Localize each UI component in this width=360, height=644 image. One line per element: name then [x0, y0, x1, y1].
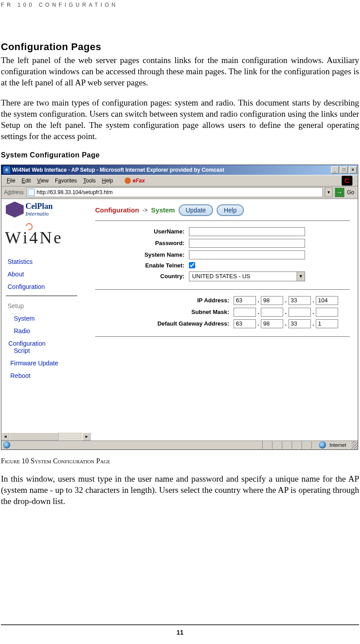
efax-toolbar[interactable]: eFax — [125, 178, 145, 184]
left-panel: CelPlan Internatio Wi4Ne Statistics Abou… — [1, 199, 91, 441]
nav-about[interactable]: About — [1, 268, 91, 280]
page-icon — [28, 189, 35, 196]
page-number: 11 — [0, 629, 360, 636]
breadcrumb-system: System — [151, 206, 175, 214]
paragraph-1: The left panel of the web server pages c… — [1, 55, 359, 88]
label-password: Password: — [95, 240, 189, 246]
status-cell — [262, 441, 272, 449]
wi4net-logo: Wi4Ne — [1, 218, 91, 255]
celplan-name: CelPlan — [25, 202, 53, 211]
nav-system[interactable]: System — [1, 312, 91, 325]
nav-setup[interactable]: Setup — [1, 300, 91, 312]
help-button[interactable]: Help — [217, 204, 244, 216]
label-gateway: Default Gateway Address: — [95, 320, 234, 327]
ip-octet-2[interactable] — [261, 296, 283, 305]
update-button[interactable]: Update — [179, 204, 213, 216]
resize-grip[interactable] — [352, 441, 358, 449]
cube-icon — [6, 202, 24, 218]
label-country: Country: — [95, 273, 189, 280]
nav-radio[interactable]: Radio — [1, 325, 91, 337]
subnet-octet-3[interactable] — [289, 308, 311, 317]
address-input[interactable]: http://63.98.33.104/setupfr3.htm — [26, 187, 323, 197]
nav-configuration[interactable]: Configuration — [1, 280, 91, 293]
nav-reboot[interactable]: Reboot — [1, 369, 91, 382]
ie-status-icon — [3, 441, 10, 449]
gateway-octet-3[interactable] — [289, 319, 311, 328]
label-systemname: System Name: — [95, 251, 189, 258]
gateway-octet-1[interactable] — [234, 319, 256, 328]
paragraph-2: There are two main types of configuratio… — [1, 97, 359, 142]
status-cell — [301, 441, 311, 449]
scroll-left-button[interactable]: ◄ — [1, 432, 9, 441]
label-username: UserName: — [95, 228, 189, 235]
username-input[interactable] — [189, 227, 305, 236]
subnet-octet-2[interactable] — [261, 308, 283, 317]
subsection-heading: System Configuration Page — [1, 151, 359, 159]
breadcrumb-arrow: -> — [142, 207, 147, 213]
divider-1 — [95, 220, 350, 221]
go-label: Go — [346, 189, 356, 195]
screenshot-window: e Wi4Net Web Interface - AP Setup - Micr… — [1, 165, 358, 450]
systemname-input[interactable] — [189, 250, 305, 259]
subnet-octet-1[interactable] — [234, 308, 256, 317]
window-title: Wi4Net Web Interface - AP Setup - Micros… — [12, 167, 331, 173]
menu-file[interactable]: File — [7, 178, 15, 184]
titlebar[interactable]: e Wi4Net Web Interface - AP Setup - Micr… — [1, 165, 358, 175]
go-button[interactable]: → — [335, 187, 344, 197]
label-ip: IP Address: — [95, 297, 234, 304]
nav-config-script[interactable]: ConfigurationScript — [5, 337, 91, 357]
status-cell — [272, 441, 282, 449]
left-scroll-bar[interactable]: ◄ ► — [1, 432, 91, 441]
paragraph-3: In this window, users must type in the u… — [1, 473, 359, 507]
status-zone: Internet — [311, 441, 352, 449]
enable-telnet-checkbox[interactable] — [189, 262, 195, 268]
status-bar: Internet — [1, 441, 358, 449]
close-button[interactable]: × — [349, 166, 357, 174]
scroll-thumb[interactable] — [9, 432, 59, 441]
gateway-octet-2[interactable] — [261, 319, 283, 328]
menu-help[interactable]: Help — [102, 178, 113, 184]
section-heading: Configuration Pages — [1, 41, 359, 53]
figure-caption: Figure 10 System Configuration Page — [1, 457, 359, 465]
scroll-track[interactable] — [9, 432, 83, 441]
status-zone-label: Internet — [330, 442, 346, 448]
ip-octet-1[interactable] — [234, 296, 256, 305]
nav-firmware-update[interactable]: Firmware Update — [1, 357, 91, 369]
menu-tools[interactable]: Tools — [83, 178, 96, 184]
divider-3 — [95, 336, 350, 337]
breadcrumb: Configuration -> System Update Help — [95, 204, 350, 216]
efax-label: eFax — [133, 178, 145, 184]
label-enable-telnet: Enable Telnet: — [95, 262, 189, 269]
chevron-down-icon[interactable]: ▼ — [297, 272, 305, 281]
brand-icon: C — [342, 176, 352, 186]
ip-octet-3[interactable] — [289, 296, 311, 305]
subnet-octet-4[interactable] — [316, 308, 338, 317]
footer-rule — [1, 624, 359, 625]
url-text: http://63.98.33.104/setupfr3.htm — [37, 189, 113, 195]
address-label: Address — [3, 189, 25, 195]
password-input[interactable] — [189, 239, 305, 248]
divider-2 — [95, 289, 350, 290]
status-cell — [292, 441, 301, 449]
menu-edit[interactable]: Edit — [21, 178, 31, 184]
menu-favorites[interactable]: Favorites — [55, 178, 77, 184]
maximize-button[interactable]: □ — [340, 166, 348, 174]
country-select[interactable]: UNITED STATES - US ▼ — [189, 271, 305, 281]
ip-octet-4[interactable] — [316, 296, 338, 305]
label-subnet: Subnet Mask: — [95, 309, 234, 315]
menubar: File Edit View Favorites Tools Help eFax… — [1, 175, 358, 186]
address-dropdown[interactable]: ▼ — [325, 187, 333, 197]
country-value: UNITED STATES - US — [189, 273, 297, 280]
main-panel: Configuration -> System Update Help User… — [91, 199, 358, 441]
status-cell — [282, 441, 292, 449]
minimize-button[interactable]: _ — [331, 166, 339, 174]
celplan-logo: CelPlan Internatio — [1, 202, 91, 218]
scroll-right-button[interactable]: ► — [83, 432, 91, 441]
ie-icon: e — [3, 166, 10, 174]
gateway-octet-4[interactable] — [316, 319, 338, 328]
address-bar: Address http://63.98.33.104/setupfr3.htm… — [1, 186, 358, 199]
menu-view[interactable]: View — [37, 178, 49, 184]
breadcrumb-configuration: Configuration — [95, 206, 139, 214]
nav-statistics[interactable]: Statistics — [1, 255, 91, 268]
internet-icon — [319, 441, 326, 449]
